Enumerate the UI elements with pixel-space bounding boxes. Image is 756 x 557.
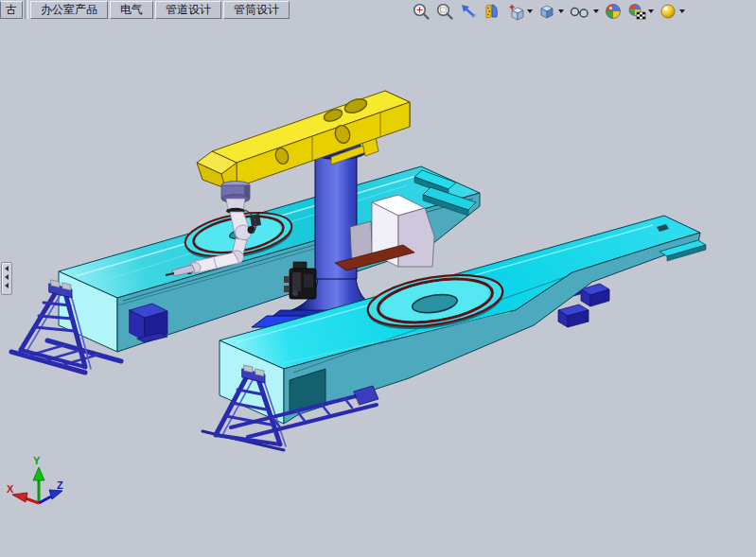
apply-scene-button[interactable]	[626, 1, 655, 22]
checkered-flag	[637, 12, 645, 19]
view-settings-dropdown[interactable]	[679, 9, 685, 13]
previous-view-icon	[459, 2, 478, 21]
hide-show-items-dropdown[interactable]	[593, 9, 599, 13]
view-settings-button[interactable]	[658, 1, 686, 22]
tab-separator	[25, 0, 28, 19]
collapse-arrow-icon	[5, 274, 9, 280]
zoom-to-fit-button[interactable]	[411, 1, 431, 22]
feature-pan​el-splitter-handle[interactable]	[1, 262, 12, 295]
z-axis-label: Z	[57, 479, 63, 491]
apply-scene-dropdown[interactable]	[648, 9, 654, 13]
collapse-arrow-icon	[5, 283, 9, 288]
view-orientation-button[interactable]	[505, 1, 534, 22]
tab-piping[interactable]: 管道设计	[155, 1, 221, 19]
display-style-dropdown[interactable]	[558, 9, 564, 13]
view-toolbar	[411, 0, 686, 23]
tab-partial[interactable]: 古	[0, 1, 23, 19]
section-view-icon	[483, 2, 501, 21]
reference-triad: X Y Z	[7, 455, 63, 503]
graphics-viewport[interactable]: X Y Z	[0, 0, 756, 557]
section-view-button[interactable]	[482, 1, 502, 22]
view-orientation-icon	[506, 2, 525, 21]
support-foot-front[interactable]	[558, 305, 589, 327]
previous-view-button[interactable]	[458, 1, 479, 22]
edit-appearance-icon	[604, 2, 623, 21]
zoom-to-fit-icon	[412, 2, 431, 21]
view-orientation-dropdown[interactable]	[527, 9, 533, 13]
y-axis-label: Y	[33, 455, 41, 466]
hide-show-items-button[interactable]	[568, 1, 600, 22]
edit-appearance-button[interactable]	[603, 1, 624, 22]
command-manager-tabs: 古 办公室产品 电气 管道设计 管筒设计	[0, 0, 290, 21]
display-style-button[interactable]	[536, 1, 565, 22]
hide-show-items-icon	[569, 2, 591, 21]
zoom-to-area-button[interactable]	[434, 1, 455, 22]
collapse-arrow-icon	[5, 266, 9, 271]
tab-tubing[interactable]: 管筒设计	[223, 1, 290, 19]
apply-scene-icon	[627, 2, 646, 21]
x-axis-label: X	[7, 483, 14, 495]
tab-electrical[interactable]: 电气	[110, 1, 153, 19]
x-axis-arrow	[12, 493, 27, 502]
solidworks-window: { "window": { "background_color": "#c3c7…	[0, 0, 756, 557]
tab-office-products[interactable]: 办公室产品	[30, 1, 108, 19]
display-style-icon	[537, 2, 556, 21]
y-axis-arrow	[33, 467, 44, 480]
robot-boom[interactable]	[197, 91, 410, 188]
view-settings-icon	[659, 2, 677, 21]
zoom-to-area-icon	[435, 2, 454, 21]
